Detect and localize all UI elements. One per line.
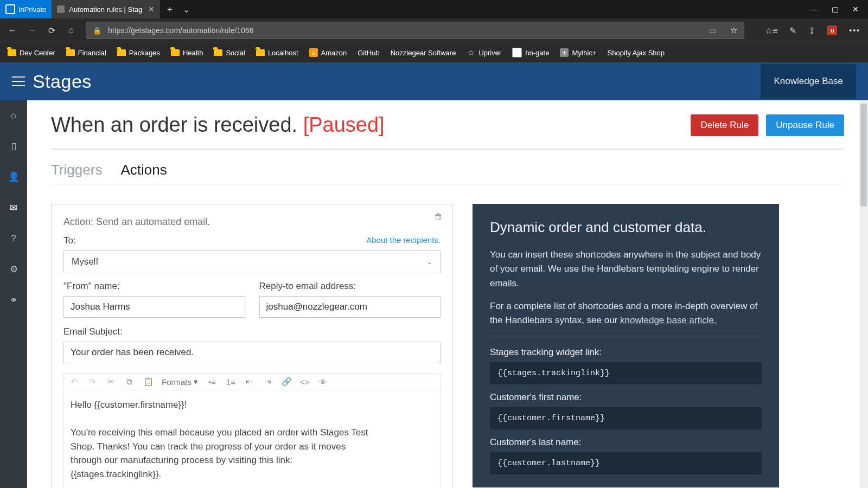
lock-icon: 🔒 (93, 27, 101, 35)
reader-mode-icon[interactable]: ▭ (709, 26, 716, 35)
indent-icon[interactable]: ⇥ (263, 377, 272, 387)
plus-icon: ＋ (560, 48, 569, 57)
minimize-icon[interactable]: — (810, 5, 818, 14)
caret-down-icon: ▾ (194, 377, 198, 387)
tabs: Triggers Actions (51, 150, 844, 184)
browser-tab[interactable]: Automation rules | Stag ✕ (52, 0, 160, 18)
favorite-star-icon[interactable]: ☆ (730, 25, 737, 35)
bookmark-ajaxshop[interactable]: Shopify Ajax Shop (608, 49, 665, 57)
hn-icon (512, 48, 522, 57)
reply-to-label: Reply-to email address: (259, 281, 441, 292)
knowledge-base-link[interactable]: Knowledge Base (761, 64, 856, 99)
folder-icon (117, 49, 126, 56)
shortcode2-value: {{customer.firstname}} (490, 407, 762, 429)
notes-icon[interactable]: ✎ (789, 25, 796, 36)
tab-actions: ＋ ⌄ (160, 0, 195, 18)
folder-icon (66, 49, 75, 56)
tab-title: Automation rules | Stag (69, 5, 142, 14)
star-icon: ☆ (467, 48, 475, 57)
bookmark-financial[interactable]: Financial (66, 49, 106, 57)
cut-icon[interactable]: ✂ (106, 377, 115, 387)
tab-triggers[interactable]: Triggers (51, 162, 102, 178)
delete-rule-button[interactable]: Delete Rule (691, 114, 758, 136)
editor-line1: Hello {{customer.firstname}}! (71, 398, 433, 412)
bookmark-hn-gate[interactable]: hn-gate (512, 48, 549, 57)
undo-icon[interactable]: ↶ (69, 377, 78, 387)
from-name-input[interactable] (63, 296, 245, 318)
inprivate-badge: InPrivate (0, 0, 52, 18)
to-value: Myself (72, 256, 98, 267)
bookmark-github[interactable]: GitHub (358, 49, 379, 57)
help-panel: Dynamic order and customer data. You can… (473, 204, 779, 487)
browser-more-icon[interactable]: ••• (849, 26, 860, 35)
nav-settings-icon[interactable]: ⚙ (7, 264, 20, 275)
tab-close-icon[interactable]: ✕ (148, 5, 155, 14)
about-recipients-link[interactable]: About the recipients. (366, 235, 441, 245)
email-editor: ↶ ↷ ✂ ⧉ 📋 Formats ▾ •≡ 1≡ ⇤ (63, 373, 441, 488)
help-paragraph-2: For a complete list of shortcodes and a … (490, 299, 762, 328)
nav-help-icon[interactable]: ? (7, 233, 20, 244)
reply-to-input[interactable] (259, 296, 441, 318)
bulleted-list-icon[interactable]: •≡ (208, 377, 216, 387)
home-icon[interactable]: ⌂ (66, 25, 76, 35)
bookmark-upriver[interactable]: ☆Upriver (467, 48, 501, 57)
nav-user-icon[interactable]: 👤 (7, 171, 20, 183)
shortcode1-value: {{stages.trackinglink}} (490, 362, 762, 384)
new-tab-button[interactable]: ＋ (165, 4, 174, 15)
address-bar[interactable]: 🔒 https://getstages.com/automation/rule/… (86, 22, 744, 39)
bookmark-packages[interactable]: Packages (117, 49, 160, 57)
copy-icon[interactable]: ⧉ (125, 377, 133, 387)
preview-icon[interactable]: 👁 (318, 377, 327, 387)
nav-people-icon[interactable]: ⚭ (7, 294, 20, 306)
kb-article-link[interactable]: knowledge base article. (620, 315, 717, 325)
formats-dropdown[interactable]: Formats ▾ (162, 377, 198, 387)
unpause-rule-button[interactable]: Unpause Rule (766, 114, 844, 136)
bookmark-social[interactable]: Social (214, 49, 245, 57)
bookmark-nozzlegear[interactable]: Nozzlegear Software (391, 49, 456, 57)
subject-label: Email Subject: (63, 326, 441, 337)
nav-device-icon[interactable]: ▯ (7, 140, 20, 152)
nav-mail-icon[interactable]: ✉ (7, 202, 20, 214)
maximize-icon[interactable]: ▢ (831, 5, 839, 14)
forward-icon[interactable]: → (27, 25, 37, 35)
rule-name: When an order is received. (51, 113, 297, 136)
outdent-icon[interactable]: ⇤ (245, 377, 253, 387)
bookmark-amazon[interactable]: aAmazon (309, 48, 347, 57)
close-window-icon[interactable]: ✕ (852, 5, 859, 14)
bookmark-localhost[interactable]: Localhost (256, 49, 298, 57)
ublock-icon[interactable]: u (827, 25, 837, 35)
rule-status: [Paused] (303, 113, 385, 136)
editor-body[interactable]: Hello {{customer.firstname}}! You're rec… (64, 390, 440, 488)
hamburger-menu-icon[interactable] (12, 76, 25, 86)
nav-home-icon[interactable]: ⌂ (7, 110, 20, 121)
shortcode3-value: {{customer.lastname}} (490, 452, 762, 474)
favorites-icon[interactable]: ☆≡ (765, 25, 777, 36)
redo-icon[interactable]: ↷ (88, 377, 97, 387)
code-icon[interactable]: <> (300, 377, 309, 387)
shield-icon (5, 4, 15, 14)
left-nav: ⌂ ▯ 👤 ✉ ? ⚙ ⚭ (0, 100, 27, 488)
link-icon[interactable]: 🔗 (282, 377, 290, 387)
amazon-icon: a (309, 48, 318, 57)
folder-icon (214, 49, 222, 56)
share-icon[interactable]: ⇪ (808, 25, 815, 36)
numbered-list-icon[interactable]: 1≡ (226, 377, 235, 387)
back-icon[interactable]: ← (8, 25, 17, 35)
help-header: Dynamic order and customer data. (490, 219, 762, 236)
bookmark-dev-center[interactable]: Dev Center (8, 49, 55, 57)
tab-strip: InPrivate Automation rules | Stag ✕ ＋ ⌄ … (0, 0, 868, 18)
action-card-title: Action: Send an automated email. (63, 216, 441, 228)
bookmark-mythic[interactable]: ＋Mythic+ (560, 48, 596, 57)
subject-input[interactable] (63, 342, 441, 363)
paste-icon[interactable]: 📋 (143, 377, 152, 387)
bookmark-health[interactable]: Health (171, 49, 203, 57)
scrollbar[interactable] (859, 100, 868, 488)
browser-toolbar: ← → ⟳ ⌂ 🔒 https://getstages.com/automati… (0, 18, 868, 42)
scrollbar-thumb[interactable] (860, 104, 867, 207)
tab-actions[interactable]: Actions (120, 162, 167, 178)
refresh-icon[interactable]: ⟳ (47, 25, 56, 36)
to-select[interactable]: Myself ⌄ (63, 251, 441, 273)
shortcode3-label: Customer's last name: (490, 437, 762, 448)
delete-action-icon[interactable]: 🗑 (434, 212, 443, 222)
tab-dropdown-button[interactable]: ⌄ (183, 4, 190, 15)
